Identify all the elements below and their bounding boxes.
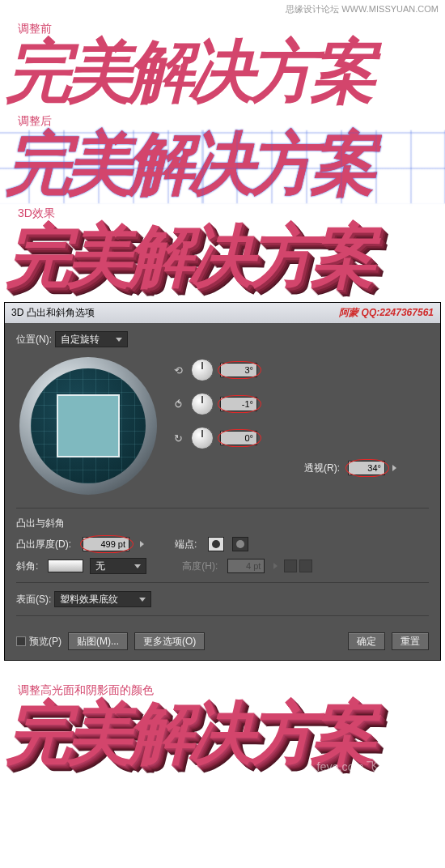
preview-checkbox[interactable]: 预览(P) bbox=[16, 635, 61, 649]
divider bbox=[16, 582, 429, 583]
dialog-3d-extrude: 3D 凸出和斜角选项 阿蒙 QQ:2247367561 位置(N): 自定旋转 … bbox=[4, 302, 441, 661]
angle-z-input[interactable]: 0° bbox=[220, 431, 257, 445]
depth-label: 凸出厚度(D): bbox=[16, 538, 71, 551]
bevel-select[interactable]: 无 bbox=[90, 558, 146, 574]
trackball-cube-face bbox=[57, 394, 120, 457]
knob-x[interactable] bbox=[191, 359, 214, 381]
dialog-credit: 阿蒙 QQ:2247367561 bbox=[339, 306, 434, 320]
perspective-label: 透视(R): bbox=[304, 462, 340, 475]
chevron-down-icon bbox=[139, 598, 146, 602]
headline-before: 完美解决方案 bbox=[0, 38, 445, 111]
highlight-oval bbox=[218, 429, 261, 447]
bevel-thumbnail bbox=[48, 560, 83, 572]
chevron-down-icon bbox=[134, 564, 141, 568]
extrude-group-title: 凸出与斜角 bbox=[16, 517, 429, 530]
knob-z[interactable] bbox=[191, 427, 214, 449]
rotate-z-icon: ↻ bbox=[172, 432, 184, 445]
chevron-down-icon bbox=[116, 338, 122, 342]
bevel-direction-icons bbox=[284, 560, 312, 572]
reset-button[interactable]: 重置 bbox=[392, 632, 429, 650]
angle-y-input[interactable]: -1° bbox=[220, 397, 257, 411]
dialog-titlebar: 3D 凸出和斜角选项 阿蒙 QQ:2247367561 bbox=[5, 303, 440, 323]
trackball-grid bbox=[31, 368, 146, 483]
divider bbox=[16, 508, 429, 508]
bevel-value: 无 bbox=[95, 560, 105, 573]
ok-button[interactable]: 确定 bbox=[348, 632, 385, 650]
map-art-button[interactable]: 贴图(M)... bbox=[68, 632, 128, 650]
watermark-bottom: feye.com 飞鱼教程网 bbox=[317, 760, 425, 772]
cap-on-button[interactable] bbox=[208, 537, 224, 551]
stepper-arrow-icon[interactable] bbox=[392, 465, 396, 471]
rotate-x-icon: ⟲ bbox=[172, 364, 184, 377]
position-select[interactable]: 自定旋转 bbox=[55, 331, 128, 347]
position-value: 自定旋转 bbox=[61, 333, 100, 347]
bevel-label: 斜角: bbox=[16, 560, 38, 573]
highlight-oval bbox=[218, 395, 261, 413]
depth-input[interactable]: 499 pt bbox=[83, 537, 129, 551]
position-label: 位置(N): bbox=[16, 333, 52, 347]
height-label: 高度(H): bbox=[182, 560, 218, 573]
divider bbox=[16, 615, 429, 616]
watermark-top: 思缘设计论坛 WWW.MISSYUAN.COM bbox=[0, 0, 445, 17]
more-options-button[interactable]: 更多选项(O) bbox=[134, 632, 205, 650]
cap-label: 端点: bbox=[175, 538, 197, 551]
preview-label: 预览(P) bbox=[29, 636, 61, 647]
headline-after: 完美解决方案 bbox=[0, 130, 445, 203]
stepper-arrow-icon bbox=[273, 563, 278, 569]
surface-value: 塑料效果底纹 bbox=[60, 593, 118, 606]
perspective-input[interactable]: 34° bbox=[348, 461, 385, 475]
surface-select[interactable]: 塑料效果底纹 bbox=[54, 591, 151, 607]
cap-off-button[interactable] bbox=[232, 537, 248, 551]
headline-final: 完美解决方案 feye.com 飞鱼教程网 bbox=[0, 700, 445, 779]
rotation-trackball[interactable] bbox=[19, 357, 157, 495]
surface-label: 表面(S): bbox=[16, 593, 51, 606]
knob-y[interactable] bbox=[191, 393, 214, 415]
height-input: 4 pt bbox=[227, 559, 265, 573]
highlight-oval bbox=[218, 361, 261, 379]
angle-x-input[interactable]: 3° bbox=[220, 363, 257, 377]
checkbox-icon bbox=[16, 636, 26, 646]
dialog-title-text: 3D 凸出和斜角选项 bbox=[11, 306, 95, 320]
rotate-y-icon: ⥀ bbox=[172, 398, 184, 411]
stepper-arrow-icon[interactable] bbox=[140, 541, 144, 547]
headline-3d: 完美解决方案 bbox=[0, 223, 445, 303]
